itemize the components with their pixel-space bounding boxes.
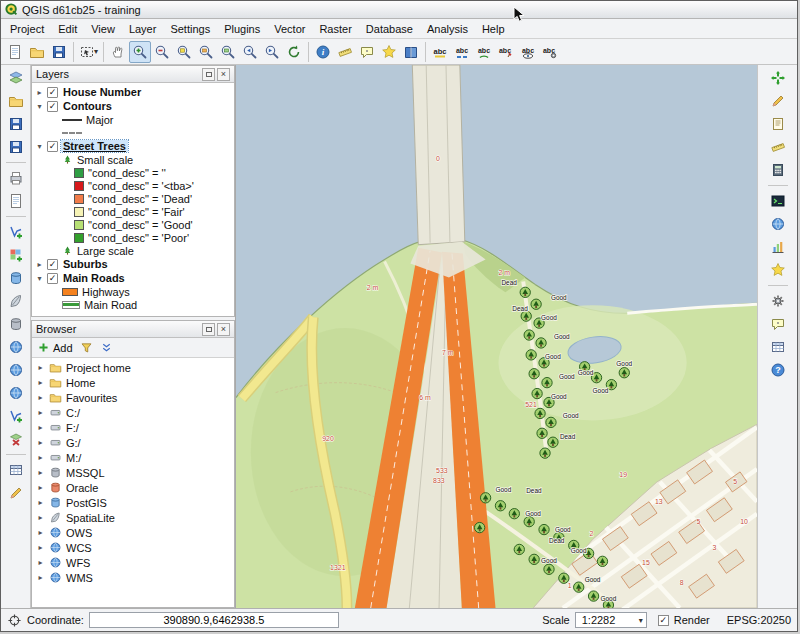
georeferencer-button[interactable] — [767, 213, 789, 235]
menu-database[interactable]: Database — [359, 20, 420, 38]
filter-browser-button[interactable] — [80, 341, 93, 354]
menu-vector[interactable]: Vector — [267, 20, 312, 38]
layer-expand-arrow[interactable]: ▸ — [35, 88, 44, 97]
browser-item-spatialite[interactable]: ▸SpatiaLite — [32, 510, 234, 525]
add-wfs-layer-button[interactable] — [5, 382, 27, 404]
browser-item-c[interactable]: ▸C:/ — [32, 405, 234, 420]
browser-item-favourites[interactable]: ▸Favourites — [32, 390, 234, 405]
browser-item-wfs[interactable]: ▸WFS — [32, 555, 234, 570]
browser-item-oracle[interactable]: ▸Oracle — [32, 480, 234, 495]
attribute-table-panel-button[interactable] — [767, 336, 789, 358]
pin-label-button[interactable]: abc — [495, 41, 517, 63]
zoom-last-button[interactable] — [239, 41, 261, 63]
text-annotation-button[interactable] — [767, 90, 789, 112]
browser-item-wms[interactable]: ▸WMS — [32, 570, 234, 585]
float-panel-icon[interactable] — [202, 323, 215, 336]
zoom-to-selection-button[interactable] — [195, 41, 217, 63]
browser-item-mssql[interactable]: ▸MSSQL — [32, 465, 234, 480]
browser-expand-arrow[interactable]: ▸ — [36, 498, 45, 507]
layer-label[interactable]: Street Trees — [61, 140, 128, 152]
browser-item-label[interactable]: PostGIS — [66, 497, 107, 509]
add-selected-layer-button[interactable]: Add — [37, 341, 73, 354]
label-settings-button[interactable]: abc — [429, 41, 451, 63]
browser-item-postgis[interactable]: ▸PostGIS — [32, 495, 234, 510]
browser-expand-arrow[interactable]: ▸ — [36, 378, 45, 387]
browser-item-f[interactable]: ▸F:/ — [32, 420, 234, 435]
add-wms-layer-button[interactable] — [5, 336, 27, 358]
zoom-full-extent-button[interactable] — [173, 41, 195, 63]
new-bookmark-button[interactable] — [378, 41, 400, 63]
show-bookmarks-button[interactable] — [400, 41, 422, 63]
add-wcs-layer-button[interactable] — [5, 359, 27, 381]
pan-to-selected-button[interactable] — [767, 67, 789, 89]
browser-expand-arrow[interactable]: ▸ — [36, 513, 45, 522]
grass-tools-button[interactable] — [767, 290, 789, 312]
remove-layer-button[interactable] — [5, 428, 27, 450]
browser-item-m[interactable]: ▸M:/ — [32, 450, 234, 465]
save-project-button[interactable] — [48, 41, 70, 63]
browser-item-label[interactable]: M:/ — [66, 452, 81, 464]
layer-expand-arrow[interactable]: ▸ — [35, 260, 44, 269]
decorations-button[interactable] — [767, 313, 789, 335]
browser-item-label[interactable]: SpatiaLite — [66, 512, 115, 524]
menu-settings[interactable]: Settings — [163, 20, 217, 38]
add-raster-layer-button[interactable] — [5, 244, 27, 266]
field-calculator-button[interactable] — [767, 159, 789, 181]
browser-item-label[interactable]: WFS — [66, 557, 90, 569]
browser-item-label[interactable]: F:/ — [66, 422, 79, 434]
spatial-bookmarks-button[interactable] — [767, 259, 789, 281]
browser-item-label[interactable]: Project home — [66, 362, 131, 374]
menu-view[interactable]: View — [84, 20, 122, 38]
layer-expand-arrow[interactable]: ▾ — [35, 142, 44, 151]
python-console-button[interactable] — [767, 190, 789, 212]
layer-label[interactable]: Main Roads — [61, 272, 127, 284]
layer-checkbox[interactable]: ✓ — [47, 87, 58, 98]
toggle-editing-button[interactable] — [5, 482, 27, 504]
open-project-button[interactable] — [26, 41, 48, 63]
layers-panel-header[interactable]: Layers × — [32, 66, 234, 83]
browser-expand-arrow[interactable]: ▸ — [36, 468, 45, 477]
map-canvas[interactable]: DeadDeadDeadDeadDeadGoodGoodGoodGoodGood… — [236, 65, 757, 608]
layer-label[interactable]: Contours — [61, 100, 114, 112]
menu-help[interactable]: Help — [475, 20, 512, 38]
collapse-all-button[interactable] — [100, 341, 113, 354]
map-tips-button[interactable] — [356, 41, 378, 63]
browser-expand-arrow[interactable]: ▸ — [36, 438, 45, 447]
identify-features-button[interactable]: i — [312, 41, 334, 63]
layer-item-house-number[interactable]: ▸✓House Number — [32, 85, 234, 99]
layer-item-street-trees[interactable]: ▾✓Street Trees — [32, 139, 234, 153]
browser-expand-arrow[interactable]: ▸ — [36, 423, 45, 432]
measure-area-button[interactable] — [767, 136, 789, 158]
layer-expand-arrow[interactable]: ▾ — [35, 274, 44, 283]
chevron-down-icon[interactable]: ▾ — [639, 616, 643, 625]
new-print-composer-button[interactable] — [5, 167, 27, 189]
toggle-labels-button[interactable]: abc — [517, 41, 539, 63]
browser-expand-arrow[interactable]: ▸ — [36, 393, 45, 402]
browser-expand-arrow[interactable]: ▸ — [36, 573, 45, 582]
layer-checkbox[interactable]: ✓ — [47, 273, 58, 284]
save-project-as-button[interactable] — [5, 136, 27, 158]
browser-expand-arrow[interactable]: ▸ — [36, 363, 45, 372]
menu-layer[interactable]: Layer — [122, 20, 164, 38]
layer-label[interactable]: Suburbs — [61, 258, 110, 270]
browser-item-label[interactable]: WCS — [66, 542, 92, 554]
layer-checkbox[interactable]: ✓ — [47, 259, 58, 270]
add-spatialite-layer-button[interactable] — [5, 290, 27, 312]
form-annotation-button[interactable] — [767, 113, 789, 135]
close-panel-icon[interactable]: × — [217, 323, 230, 336]
chevron-down-icon[interactable]: ▾ — [94, 47, 98, 56]
browser-item-label[interactable]: G:/ — [66, 437, 81, 449]
label-properties-button[interactable]: abc — [539, 41, 561, 63]
layer-checkbox[interactable]: ✓ — [47, 141, 58, 152]
layer-label[interactable]: House Number — [61, 86, 143, 98]
menu-analysis[interactable]: Analysis — [420, 20, 475, 38]
layer-item-suburbs[interactable]: ▸✓Suburbs — [32, 257, 234, 271]
browser-item-home[interactable]: ▸Home — [32, 375, 234, 390]
rotate-label-button[interactable]: abc — [473, 41, 495, 63]
help-contents-button[interactable]: ? — [767, 359, 789, 381]
browser-item-label[interactable]: Oracle — [66, 482, 98, 494]
new-project-button[interactable] — [4, 41, 26, 63]
refresh-map-button[interactable] — [283, 41, 305, 63]
add-vector-layer-button[interactable] — [5, 221, 27, 243]
menu-edit[interactable]: Edit — [51, 20, 84, 38]
